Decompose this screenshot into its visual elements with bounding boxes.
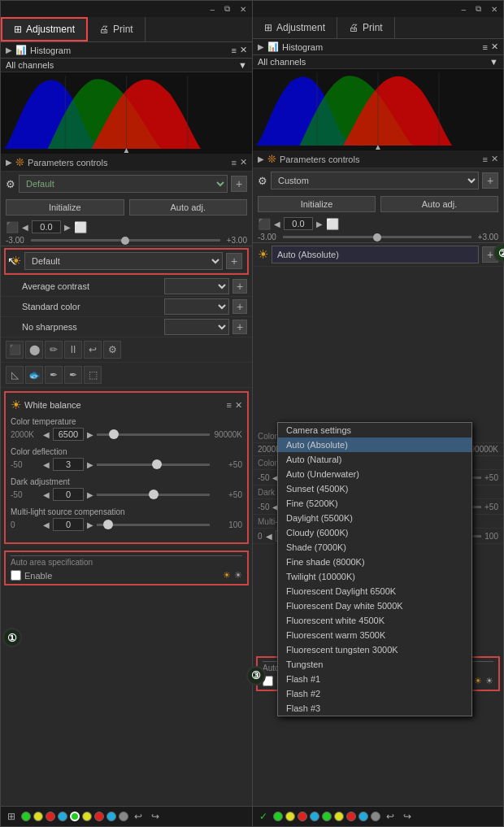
dd-sunset[interactable]: Sunset (4500K) <box>278 481 471 496</box>
histogram-close-right[interactable]: ✕ <box>491 41 498 52</box>
cd-arrow-right-left[interactable]: ▶ <box>87 460 93 469</box>
da-value-left[interactable] <box>53 488 84 501</box>
color-dot-gray-left[interactable] <box>119 812 128 821</box>
dd-flash3[interactable]: Flash #3 <box>278 701 471 716</box>
color-dot-green-left[interactable] <box>21 812 31 821</box>
dd-fluor-white[interactable]: Fluorescent white 4500K <box>278 613 471 628</box>
dd-fluor-tungsten[interactable]: Fluorescent tungsten 3000K <box>278 642 471 657</box>
expand-histogram-left[interactable]: ▶ <box>6 46 12 54</box>
maximize-btn-right[interactable]: ⧉ <box>473 4 484 14</box>
dd-daylight[interactable]: Daylight (5500K) <box>278 511 471 525</box>
cd-slider-left[interactable] <box>97 464 210 466</box>
redo-icon-left[interactable]: ↪ <box>148 809 163 824</box>
dd-flash1[interactable]: Flash #1 <box>278 672 471 686</box>
ml-arrow-left-left[interactable]: ◀ <box>43 520 50 529</box>
color-dot-gray-right[interactable] <box>371 812 380 821</box>
dd-cloudy[interactable]: Cloudy (6000K) <box>278 525 471 540</box>
histogram-close-left[interactable]: ✕ <box>240 45 247 55</box>
dd-twilight[interactable]: Twilight (10000K) <box>278 569 471 584</box>
ct-arrow-left-left[interactable]: ◀ <box>43 430 50 439</box>
color-add-left[interactable]: + <box>232 299 247 314</box>
bright-dropdown-left[interactable]: Default <box>24 252 223 270</box>
tb-icon-1[interactable]: ⬛ <box>6 341 24 359</box>
exposure-slider-right[interactable] <box>283 236 471 238</box>
sharpness-select-left[interactable] <box>164 319 229 335</box>
initialize-btn-left[interactable]: Initialize <box>6 199 124 215</box>
color-dot-green2-left[interactable] <box>70 812 80 821</box>
color-dot-red2-right[interactable] <box>346 812 356 821</box>
tb-icon-9[interactable]: ✒ <box>45 366 63 384</box>
da-arrow-right-left[interactable]: ▶ <box>87 490 93 499</box>
cd-arrow-left-left[interactable]: ◀ <box>43 460 50 469</box>
initialize-btn-right[interactable]: Initialize <box>258 196 376 212</box>
dd-camera-settings[interactable]: Camera settings <box>278 423 471 437</box>
color-dot-yellow-right[interactable] <box>285 812 295 821</box>
color-dot-red-right[interactable] <box>298 812 307 821</box>
tab-adjustment-left[interactable]: ⊞ Adjustment <box>1 17 88 41</box>
ml-value-left[interactable] <box>53 518 84 531</box>
preset-dropdown-right[interactable]: Custom <box>271 172 479 189</box>
all-channels-arrow-left[interactable]: ▼ <box>238 60 247 70</box>
expand-histogram-right[interactable]: ▶ <box>258 42 264 51</box>
arrow-left-exposure-left[interactable]: ◀ <box>22 223 28 232</box>
tb-icon-10[interactable]: ✒ <box>64 366 82 384</box>
color-dot-yellow2-right[interactable] <box>334 812 344 821</box>
color-dot-blue-left[interactable] <box>58 812 67 821</box>
color-dot-red-left[interactable] <box>46 812 55 821</box>
da-slider-left[interactable] <box>97 494 210 496</box>
color-select-left[interactable] <box>164 298 229 315</box>
exposure-input-left[interactable] <box>32 220 61 233</box>
tb-icon-4[interactable]: II <box>64 341 82 359</box>
dd-auto-natural[interactable]: Auto (Natural) <box>278 452 471 467</box>
dd-tungsten[interactable]: Tungsten <box>278 657 471 672</box>
auto-adj-btn-left[interactable]: Auto adj. <box>129 199 248 215</box>
bottom-icon-1-left[interactable]: ⊞ <box>4 809 19 824</box>
dd-auto-absolute[interactable]: Auto (Absolute) <box>278 437 471 452</box>
histogram-menu-right[interactable]: ≡ <box>483 42 488 52</box>
tb-icon-11[interactable]: ⬚ <box>84 366 102 384</box>
check-icon-right[interactable]: ✓ <box>256 809 271 824</box>
dd-flash2[interactable]: Flash #2 <box>278 686 471 701</box>
tb-icon-7[interactable]: ◺ <box>6 366 24 384</box>
preset-dropdown-left[interactable]: Default <box>19 175 228 193</box>
preset-add-btn-right[interactable]: + <box>482 172 498 189</box>
tb-icon-8[interactable]: 🐟 <box>25 366 43 384</box>
dd-fluor-warm[interactable]: Fluorescent warm 3500K <box>278 628 471 642</box>
wb-close-left[interactable]: ✕ <box>235 400 242 411</box>
enable-checkbox-left[interactable] <box>11 570 21 581</box>
color-dot-green-right[interactable] <box>273 812 283 821</box>
dd-auto-underwater[interactable]: Auto (Underwater) <box>278 467 471 481</box>
contrast-add-left[interactable]: + <box>232 279 247 294</box>
maximize-btn-left[interactable]: ⧉ <box>222 4 232 14</box>
contrast-select-left[interactable] <box>164 278 229 294</box>
ct-arrow-right-left[interactable]: ▶ <box>87 430 93 439</box>
tb-icon-3[interactable]: ✏ <box>45 341 63 359</box>
tb-icon-5[interactable]: ↩ <box>84 341 102 359</box>
minimize-btn-left[interactable]: – <box>207 5 217 14</box>
expand-params-left[interactable]: ▶ <box>6 158 12 167</box>
color-dot-blue2-left[interactable] <box>106 812 116 821</box>
arrow-right-exposure-left[interactable]: ▶ <box>64 223 71 232</box>
minimize-btn-right[interactable]: – <box>458 5 468 14</box>
tb-icon-2[interactable]: ⬤ <box>25 341 43 359</box>
color-dot-red2-left[interactable] <box>94 812 104 821</box>
undo-icon-left[interactable]: ↩ <box>131 809 146 824</box>
params-menu-right[interactable]: ≡ <box>483 155 488 164</box>
ct-slider-left[interactable] <box>97 433 210 436</box>
arrow-left-exposure-right[interactable]: ◀ <box>274 220 280 229</box>
color-dot-green2-right[interactable] <box>322 812 332 821</box>
auto-adj-btn-right[interactable]: Auto adj. <box>380 196 498 212</box>
close-btn-left[interactable]: ✕ <box>237 5 249 14</box>
expand-params-right[interactable]: ▶ <box>258 155 264 163</box>
color-dot-blue-right[interactable] <box>310 812 319 821</box>
undo-icon-right[interactable]: ↩ <box>383 809 398 824</box>
close-btn-right[interactable]: ✕ <box>489 5 500 14</box>
exposure-slider-left[interactable] <box>31 239 220 242</box>
exposure-input-right[interactable] <box>284 217 313 230</box>
ml-arrow-right-left[interactable]: ▶ <box>87 520 93 529</box>
sharpness-add-left[interactable]: + <box>232 320 247 334</box>
arrow-right-exposure-right[interactable]: ▶ <box>316 220 323 229</box>
color-dot-blue2-right[interactable] <box>358 812 368 821</box>
tab-adjustment-right[interactable]: ⊞ Adjustment <box>253 17 337 38</box>
dd-fluor-daylight[interactable]: Fluorescent Daylight 6500K <box>278 584 471 598</box>
